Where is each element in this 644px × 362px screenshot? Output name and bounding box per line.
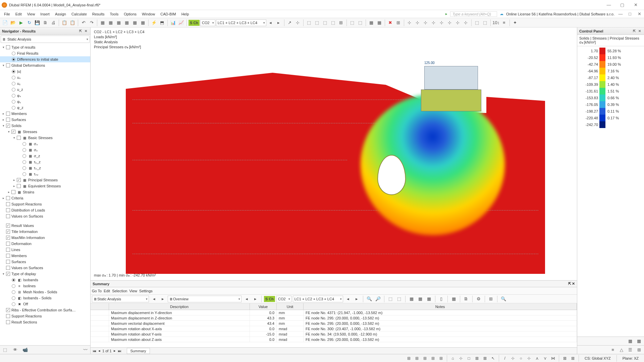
- sum-lcs-combo[interactable]: LC1 + LC2 + LC3 + LC4: [293, 296, 343, 302]
- sum-tab-settings[interactable]: Settings: [139, 289, 153, 293]
- tree-item[interactable]: ✖Off: [0, 301, 90, 307]
- sum-prev2-icon[interactable]: ◂: [243, 295, 250, 303]
- mdi-max-button[interactable]: □: [627, 11, 633, 17]
- sb6-icon[interactable]: ⌂: [449, 355, 456, 361]
- sum-t9-icon[interactable]: ▦: [450, 295, 458, 303]
- menu-help[interactable]: Help: [179, 11, 192, 17]
- redo-icon[interactable]: ↷: [88, 19, 95, 26]
- sum-t11-icon[interactable]: ⚙: [475, 295, 482, 303]
- tree-item[interactable]: u_z: [0, 86, 90, 93]
- tree-item[interactable]: φ_z: [0, 105, 90, 111]
- view4-icon[interactable]: ▦: [123, 19, 130, 26]
- view1-icon[interactable]: ▦: [99, 19, 106, 26]
- t17-icon[interactable]: ⊹: [430, 19, 437, 26]
- sb19-icon[interactable]: ⊠: [561, 355, 568, 361]
- tree-item[interactable]: ▦τₓ_z: [0, 165, 90, 171]
- filter2-icon[interactable]: ⬒: [158, 19, 166, 26]
- sum-tab-go-to[interactable]: Go To: [92, 289, 102, 293]
- t5-icon[interactable]: ⬚: [321, 19, 329, 26]
- sum-t6-icon[interactable]: ▦: [417, 295, 424, 303]
- menu-results[interactable]: Results: [90, 11, 107, 17]
- new-icon[interactable]: 📄: [1, 19, 9, 26]
- tree-item[interactable]: Members: [0, 253, 90, 259]
- sum-t4-icon[interactable]: ⬚: [395, 295, 403, 303]
- sum-t8-icon[interactable]: ▯: [438, 295, 445, 303]
- run-icon[interactable]: ▶: [17, 19, 25, 26]
- tree-item[interactable]: Result Sections: [0, 319, 90, 325]
- tree-item[interactable]: uₓ: [0, 74, 90, 80]
- t19-icon[interactable]: ⊹: [446, 19, 453, 26]
- t9-icon[interactable]: ⬚: [357, 19, 364, 26]
- sum-close-icon[interactable]: ✕: [572, 282, 575, 286]
- sum-analysis-combo[interactable]: 🗎 Static Analysis: [92, 296, 149, 302]
- prevpg-icon[interactable]: ◂: [98, 349, 100, 353]
- table-row[interactable]: Maximum rotation about Z-axis 0.0 mrad F…: [91, 337, 577, 342]
- tree-item[interactable]: ▦τₓᵧ: [0, 171, 90, 177]
- t22-icon[interactable]: ⬚: [473, 19, 481, 26]
- save-icon[interactable]: 💾: [34, 19, 41, 26]
- tree-item[interactable]: |u|: [0, 68, 90, 74]
- t8-icon[interactable]: ⬚: [348, 19, 356, 26]
- tree-item[interactable]: ▾✓▦Stresses: [0, 129, 90, 135]
- sum-t12-icon[interactable]: ⊞: [487, 295, 495, 303]
- t21-icon[interactable]: ⊹: [462, 19, 470, 26]
- minimize-button[interactable]: —: [602, 0, 615, 10]
- sum-t10-icon[interactable]: 🗎: [463, 295, 470, 303]
- cp-b2-icon[interactable]: ▦: [635, 338, 643, 345]
- nav-analysis-combo[interactable]: 🗎Static Analysis: [1, 36, 90, 43]
- sb15-icon[interactable]: ⊹: [526, 355, 532, 361]
- chart2-icon[interactable]: 📈: [177, 19, 185, 26]
- t24-icon[interactable]: ≡: [500, 19, 508, 26]
- sb17-icon[interactable]: ⋎: [542, 355, 548, 361]
- cp-pin-icon[interactable]: ⇱: [632, 29, 637, 34]
- tree-item[interactable]: ▦σᵧ: [0, 147, 90, 153]
- cp-c1-icon[interactable]: ≡: [609, 346, 616, 354]
- tree-item[interactable]: ▦τᵧ_z: [0, 159, 90, 165]
- nbtn4-icon[interactable]: 〰: [82, 346, 89, 354]
- sync-icon[interactable]: ↻: [25, 19, 33, 26]
- tree-item[interactable]: ✓Result Values: [0, 223, 90, 229]
- t2-icon[interactable]: ⊹: [294, 19, 302, 26]
- maximize-button[interactable]: ▢: [615, 0, 629, 10]
- tree-item[interactable]: ▾✓Type of display: [0, 271, 90, 277]
- nbtn2-icon[interactable]: 👁: [11, 346, 19, 354]
- sum-help-icon[interactable]: 🔍: [500, 295, 507, 303]
- sb14-icon[interactable]: ○: [518, 355, 524, 361]
- paste-icon[interactable]: 📋: [69, 19, 76, 26]
- tree-item[interactable]: Distribution of Loads: [0, 207, 90, 213]
- menu-view[interactable]: View: [24, 11, 38, 17]
- tree-item[interactable]: Values on Surfaces: [0, 213, 90, 219]
- tree-item[interactable]: Surfaces: [0, 259, 90, 265]
- table-row[interactable]: Maximum displacement in Z-direction 43.3…: [91, 315, 577, 321]
- last-icon[interactable]: ⏭: [118, 349, 121, 353]
- tree-item[interactable]: φₓ: [0, 93, 90, 99]
- tree-item[interactable]: ▾Type of results: [0, 44, 90, 50]
- sb4-icon[interactable]: ⊞: [430, 355, 436, 361]
- pin-icon[interactable]: ⇱: [78, 29, 83, 34]
- t6-icon[interactable]: ⬚: [329, 19, 337, 26]
- t15-icon[interactable]: ⊹: [414, 19, 421, 26]
- menu-window[interactable]: Window: [139, 11, 158, 17]
- tree-item[interactable]: Support Reactions: [0, 313, 90, 319]
- menu-options[interactable]: Options: [121, 11, 139, 17]
- copy-icon[interactable]: 📋: [61, 19, 68, 26]
- tree-item[interactable]: Lines: [0, 247, 90, 253]
- tree-item[interactable]: ▦σ_z: [0, 153, 90, 159]
- nextpg-icon[interactable]: ▸: [114, 349, 116, 353]
- sb20-icon[interactable]: ⊠: [570, 355, 576, 361]
- panel-close-icon[interactable]: ✕: [84, 29, 88, 34]
- t23-icon[interactable]: ⬚: [481, 19, 489, 26]
- tree-item[interactable]: ▸Members: [0, 111, 90, 117]
- keyword-search[interactable]: Type a keyword (Alt+Q): [450, 11, 497, 17]
- scale-icon[interactable]: 10↕: [492, 19, 500, 26]
- tree-item[interactable]: Values on Surfaces: [0, 265, 90, 271]
- tree-item[interactable]: ✓Ribs - Effective Contribution on Surfa…: [0, 307, 90, 313]
- menu-edit[interactable]: Edit: [13, 11, 24, 17]
- t14-icon[interactable]: ⊹: [406, 19, 413, 26]
- menu-cad-bim[interactable]: CAD-BIM: [158, 11, 178, 17]
- tree-item[interactable]: Support Reactions: [0, 201, 90, 207]
- table-row[interactable]: Maximum rotation about Y-axis -15.0 mrad…: [91, 331, 577, 337]
- tree-item[interactable]: uᵧ: [0, 80, 90, 86]
- tree-item[interactable]: ≡Isolines: [0, 283, 90, 289]
- grid-tab[interactable]: Summary: [127, 348, 150, 354]
